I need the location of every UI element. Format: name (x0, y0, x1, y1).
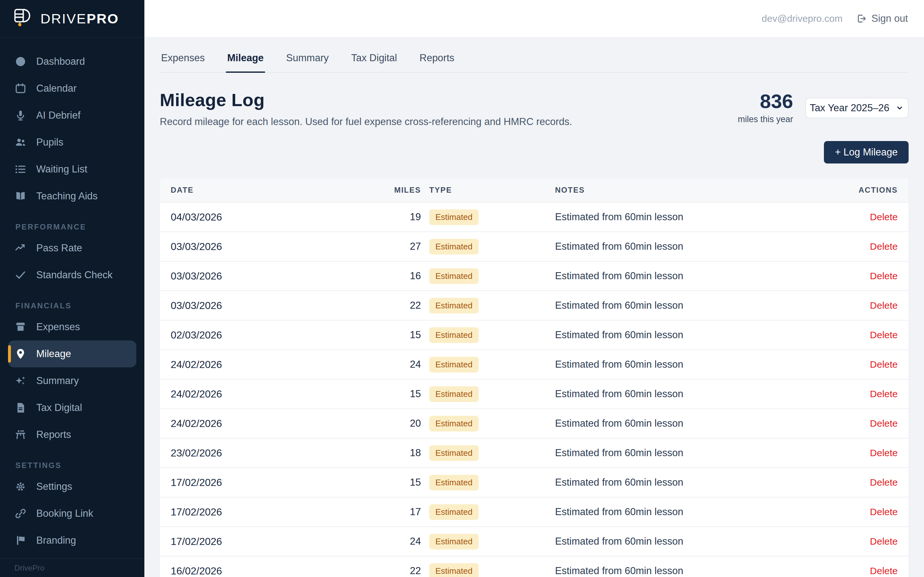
page-title: Mileage Log (160, 89, 572, 110)
row-date: 16/02/2026 (171, 565, 392, 577)
sidebar-item-label: Standards Check (36, 269, 113, 281)
row-notes: Estimated from 60min lesson (551, 418, 843, 429)
type-badge: Estimated (429, 327, 479, 343)
mileage-table: DATEMILESTYPENOTESACTIONS 04/03/2026 19 … (160, 178, 909, 577)
sidebar-item-label: Settings (36, 481, 72, 492)
tax-year-select[interactable]: Tax Year 2025–26 (805, 98, 909, 118)
delete-link[interactable]: Delete (870, 330, 898, 340)
table-row: 17/02/2026 17 Estimated Estimated from 6… (160, 497, 909, 526)
row-date: 03/03/2026 (171, 300, 392, 311)
sidebar-item-reports[interactable]: Reports (8, 421, 136, 448)
row-miles: 18 (392, 447, 421, 459)
sidebar-item-label: AI Debrief (36, 110, 81, 121)
tab-reports[interactable]: Reports (418, 47, 456, 72)
dashboard-icon (15, 55, 27, 68)
sidebar-item-branding[interactable]: Branding (8, 527, 136, 554)
sidebar-item-booking-link[interactable]: Booking Link (8, 500, 136, 527)
active-indicator (8, 345, 11, 363)
sidebar-item-label: Dashboard (36, 56, 85, 67)
table-row: 17/02/2026 24 Estimated Estimated from 6… (160, 526, 909, 556)
tab-summary[interactable]: Summary (285, 47, 330, 72)
row-notes: Estimated from 60min lesson (551, 211, 843, 223)
delete-link[interactable]: Delete (870, 241, 898, 251)
row-notes: Estimated from 60min lesson (551, 388, 843, 400)
row-miles: 17 (392, 506, 421, 518)
delete-link[interactable]: Delete (870, 271, 898, 281)
sidebar-item-summary[interactable]: Summary (8, 367, 136, 394)
row-date: 23/02/2026 (171, 447, 392, 459)
page-content: ExpensesMileageSummaryTax DigitalReports… (144, 37, 924, 577)
row-notes: Estimated from 60min lesson (551, 477, 843, 488)
sidebar-item-settings[interactable]: Settings (8, 473, 136, 500)
sign-out-icon (856, 13, 867, 24)
sidebar-item-label: Calendar (36, 83, 77, 94)
drivepro-logo-icon (13, 8, 31, 29)
sign-out-label: Sign out (871, 13, 908, 24)
sidebar-item-label: Pass Rate (36, 242, 82, 254)
row-type: Estimated (421, 504, 551, 520)
row-type: Estimated (421, 475, 551, 490)
sidebar-item-label: Reports (36, 429, 71, 440)
delete-link[interactable]: Delete (870, 211, 898, 222)
tab-tax-digital[interactable]: Tax Digital (350, 47, 399, 72)
miles-stat: 836 miles this year (738, 91, 793, 124)
row-miles: 22 (392, 300, 421, 311)
row-miles: 22 (392, 565, 421, 577)
type-badge: Estimated (429, 298, 479, 314)
sidebar-item-standards-check[interactable]: Standards Check (8, 261, 136, 288)
page-header-right: 836 miles this year Tax Year 2025–26 (738, 89, 909, 124)
sidebar-nav: Dashboard Calendar AI Debrief Pupils Wai… (0, 37, 144, 558)
map-pin-icon (15, 348, 27, 360)
row-notes: Estimated from 60min lesson (551, 565, 843, 577)
sidebar-item-pupils[interactable]: Pupils (8, 129, 136, 156)
delete-link[interactable]: Delete (870, 418, 898, 429)
tax-year-selected-value: Tax Year 2025–26 (810, 102, 889, 114)
row-notes: Estimated from 60min lesson (551, 536, 843, 547)
list-icon (15, 163, 27, 175)
sidebar-item-pass-rate[interactable]: Pass Rate (8, 235, 136, 261)
sidebar-item-label: Tax Digital (36, 402, 82, 414)
row-type: Estimated (421, 445, 551, 461)
link-icon (15, 508, 27, 520)
sidebar-item-ai-debrief[interactable]: AI Debrief (8, 102, 136, 129)
row-type: Estimated (421, 534, 551, 550)
sidebar-item-tax-digital[interactable]: Tax Digital (8, 394, 136, 421)
type-badge: Estimated (429, 386, 479, 402)
sidebar-footer: DrivePro (0, 558, 144, 577)
sidebar-item-mileage[interactable]: Mileage (8, 340, 136, 367)
delete-link[interactable]: Delete (870, 448, 898, 458)
delete-link[interactable]: Delete (870, 536, 898, 546)
row-miles: 16 (392, 270, 421, 282)
row-type: Estimated (421, 357, 551, 372)
delete-link[interactable]: Delete (870, 477, 898, 488)
delete-link[interactable]: Delete (870, 359, 898, 370)
row-type: Estimated (421, 239, 551, 255)
row-miles: 19 (392, 211, 421, 223)
row-actions: Delete (843, 536, 898, 547)
row-date: 24/02/2026 (171, 359, 392, 371)
row-notes: Estimated from 60min lesson (551, 300, 843, 311)
sidebar-item-teaching-aids[interactable]: Teaching Aids (8, 183, 136, 210)
sign-out-button[interactable]: Sign out (856, 13, 908, 24)
logo-wordmark: DRIVEPRO (40, 11, 119, 27)
tab-mileage[interactable]: Mileage (226, 47, 265, 72)
flag-icon (15, 534, 27, 546)
table-row: 23/02/2026 18 Estimated Estimated from 6… (160, 438, 909, 467)
delete-link[interactable]: Delete (870, 506, 898, 517)
log-mileage-button[interactable]: + Log Mileage (824, 141, 909, 163)
row-type: Estimated (421, 416, 551, 432)
sidebar-item-waiting-list[interactable]: Waiting List (8, 156, 136, 183)
miles-stat-value: 836 (738, 91, 793, 111)
delete-link[interactable]: Delete (870, 300, 898, 311)
sidebar-item-label: Summary (36, 375, 79, 387)
sidebar-item-calendar[interactable]: Calendar (8, 75, 136, 102)
column-header-miles: MILES (392, 185, 421, 195)
sidebar-item-expenses[interactable]: Expenses (8, 314, 136, 340)
type-badge: Estimated (429, 534, 479, 550)
row-actions: Delete (843, 330, 898, 340)
row-actions: Delete (843, 477, 898, 488)
delete-link[interactable]: Delete (870, 566, 898, 576)
sidebar-item-dashboard[interactable]: Dashboard (8, 48, 136, 75)
tab-expenses[interactable]: Expenses (160, 47, 206, 72)
delete-link[interactable]: Delete (870, 388, 898, 399)
